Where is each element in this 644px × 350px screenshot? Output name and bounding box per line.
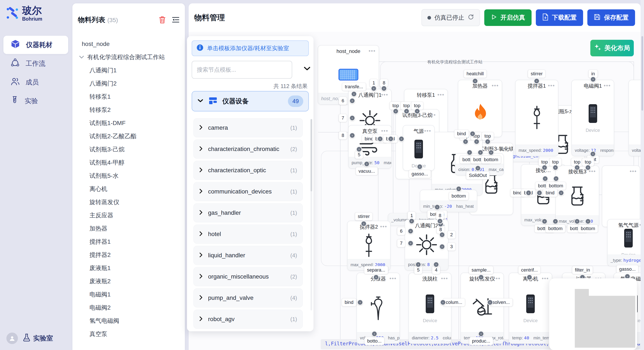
port-dot[interactable]: ›: [372, 331, 377, 337]
canvas-node-搅拌器1[interactable]: 搅拌器1•••max_speed: 2000: [515, 80, 558, 156]
canvas-node-接收瓶3[interactable]: 接收瓶3•••max_volume: 250: [556, 166, 599, 227]
tree-item[interactable]: 电磁阀1: [72, 288, 185, 301]
canvas-node-洗脱柱[interactable]: 洗脱柱•••Devicediameter: 2.5column_type: si: [408, 273, 452, 344]
node-menu-icon[interactable]: •••: [381, 91, 388, 98]
port-dot[interactable]: ›: [364, 161, 370, 167]
tree-item[interactable]: 转移泵1: [72, 90, 185, 103]
port-dot[interactable]: ›: [349, 98, 355, 104]
tree-item[interactable]: 八通阀门1: [72, 64, 185, 77]
avatar[interactable]: [6, 333, 18, 344]
node-menu-icon[interactable]: •••: [429, 112, 436, 118]
port-dot[interactable]: ›: [488, 150, 494, 156]
port-dot[interactable]: ›: [485, 139, 491, 145]
tree-item[interactable]: 转移泵2: [72, 103, 185, 117]
node-menu-icon[interactable]: •••: [441, 275, 448, 282]
port-dot[interactable]: ›: [409, 218, 415, 224]
node-menu-icon[interactable]: •••: [492, 82, 499, 89]
tree-item[interactable]: 真空泵: [72, 328, 185, 341]
port-dot[interactable]: ›: [404, 108, 410, 114]
port-dot[interactable]: ›: [558, 190, 564, 196]
port-dot[interactable]: ›: [536, 190, 542, 196]
download-config-button[interactable]: 下载配置: [536, 9, 583, 26]
port-dot[interactable]: ›: [351, 91, 357, 97]
port-dot[interactable]: ›: [393, 108, 399, 114]
port-dot[interactable]: ›: [472, 78, 478, 84]
tree-item[interactable]: 废液瓶1: [72, 262, 185, 275]
trash-icon[interactable]: [158, 16, 166, 25]
port-dot[interactable]: ›: [356, 146, 362, 152]
node-menu-icon[interactable]: •••: [494, 275, 500, 282]
port-dot[interactable]: ›: [466, 150, 472, 156]
port-dot[interactable]: ›: [542, 165, 548, 171]
node-menu-icon[interactable]: •••: [630, 168, 637, 175]
page-scrollbar[interactable]: [640, 0, 644, 350]
port-dot[interactable]: ›: [474, 139, 480, 145]
tree-item[interactable]: 搅拌器2: [72, 248, 185, 262]
tree-item[interactable]: 离心机: [72, 182, 185, 196]
port-dot[interactable]: ›: [552, 165, 558, 171]
node-menu-icon[interactable]: •••: [542, 275, 549, 282]
port-dot[interactable]: ›: [526, 190, 532, 196]
category-characterization_optic[interactable]: characterization_optic(1): [193, 161, 303, 180]
port-dot[interactable]: ›: [475, 165, 481, 171]
port-dot[interactable]: ›: [553, 176, 559, 181]
port-dot[interactable]: ›: [440, 299, 446, 305]
sim-status-pill[interactable]: 仿真已停止: [422, 9, 480, 26]
canvas-node-搅拌器2[interactable]: 搅拌器2•••max_speed: 2000: [347, 221, 390, 271]
tree-item[interactable]: 主反应器: [72, 209, 185, 222]
category-liquid_handler[interactable]: liquid_handler(4): [193, 246, 303, 265]
tree-item[interactable]: 搅拌器1: [72, 235, 185, 248]
template-scrollbar[interactable]: [310, 119, 312, 311]
port-dot[interactable]: ›: [462, 139, 468, 145]
port-dot[interactable]: ›: [478, 331, 484, 337]
tree-group-workstation[interactable]: 有机化学流程综合测试工作站: [72, 51, 185, 64]
canvas-node-card[interactable]: min_temp: -20has_heat: [420, 190, 477, 212]
port-dot[interactable]: ›: [371, 85, 377, 91]
tree-item[interactable]: 废液瓶2: [72, 275, 185, 288]
port-dot[interactable]: ›: [585, 218, 591, 224]
port-dot[interactable]: ›: [439, 244, 445, 250]
port-dot[interactable]: ›: [456, 186, 462, 192]
port-dot[interactable]: ›: [526, 274, 532, 280]
canvas-node-真空泵[interactable]: 真空泵•••pump_rate: 50max_vacuum: 0.1: [348, 125, 392, 169]
port-dot[interactable]: ›: [439, 232, 445, 238]
port-dot[interactable]: ›: [388, 136, 394, 142]
port-dot[interactable]: ›: [377, 136, 383, 142]
tree-item[interactable]: 旋转蒸发仪: [72, 196, 185, 209]
node-menu-icon[interactable]: •••: [548, 82, 555, 89]
port-dot[interactable]: ›: [574, 218, 580, 224]
port-dot[interactable]: ›: [487, 299, 493, 305]
node-menu-icon[interactable]: •••: [390, 275, 396, 282]
port-dot[interactable]: ›: [542, 176, 548, 181]
port-dot[interactable]: ›: [590, 76, 596, 82]
port-dot[interactable]: ›: [434, 204, 440, 210]
category-organic_miscellaneous[interactable]: organic_miscellaneous(2): [193, 267, 303, 286]
canvas-node-离心机[interactable]: 离心机•••Devicetemp: 40min_temp: 4max_spe: [509, 273, 552, 344]
port-dot[interactable]: ›: [552, 218, 558, 224]
port-dot[interactable]: ›: [574, 165, 580, 171]
port-dot[interactable]: ›: [478, 150, 484, 156]
port-dot[interactable]: ›: [349, 133, 355, 138]
port-dot[interactable]: ›: [585, 165, 591, 171]
port-dot[interactable]: ›: [415, 262, 421, 268]
tree-item[interactable]: 电磁阀2: [72, 301, 185, 314]
canvas-node-电磁阀1[interactable]: 电磁阀1•••Devicevoltage: 12response_time: 0…: [572, 80, 614, 156]
canvas-node-氢气气源[interactable]: 氢气气源•••Device_type: hydrogenmax_pre: [607, 219, 640, 266]
tree-item[interactable]: 试剂瓶4-甲醇: [72, 156, 185, 169]
node-menu-icon[interactable]: •••: [381, 128, 388, 134]
sidebar-item-实验[interactable]: 实验: [4, 92, 68, 110]
category-pump_and_valve[interactable]: pump_and_valve(4): [193, 288, 303, 308]
sidebar-item-lab[interactable]: 实验室: [22, 333, 53, 344]
port-dot[interactable]: ›: [398, 136, 404, 142]
group-instruments[interactable]: 仪器设备 49: [192, 91, 309, 111]
port-dot[interactable]: ›: [433, 262, 439, 268]
port-dot[interactable]: ›: [417, 164, 423, 170]
save-config-button[interactable]: 保存配置: [587, 9, 635, 26]
port-dot[interactable]: ›: [437, 218, 443, 224]
port-dot[interactable]: ›: [373, 274, 379, 280]
category-hotel[interactable]: hotel(1): [193, 224, 303, 244]
port-dot[interactable]: ›: [414, 108, 420, 114]
chevron-down-icon[interactable]: [303, 66, 311, 72]
canvas-node-加热器[interactable]: 加热器•••: [458, 80, 502, 137]
tree-item[interactable]: 八通阀门2: [72, 77, 185, 90]
